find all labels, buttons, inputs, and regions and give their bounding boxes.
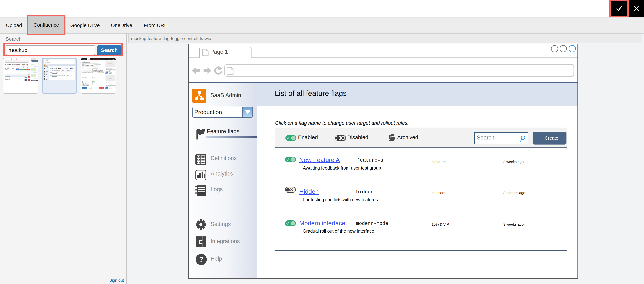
- svg-text:Discard Changes: Discard Changes: [26, 69, 31, 70]
- svg-text:Search: Search: [66, 68, 68, 69]
- svg-text:New Feature A: New Feature A: [52, 70, 56, 71]
- svg-text:vehicula ut id elit.: vehicula ut id elit.: [106, 71, 110, 72]
- svg-text:Morbi leo risus: Morbi leo risus: [5, 79, 10, 80]
- svg-text:#: #: [5, 64, 6, 65]
- svg-text:Lead: Lead: [26, 64, 28, 65]
- svg-text:Send to Group: Send to Group: [82, 80, 86, 81]
- svg-text:Log Out: Log Out: [112, 59, 116, 60]
- svg-text:Button: Button: [110, 88, 112, 89]
- svg-text:Add New Member: Add New Member: [16, 69, 22, 70]
- svg-text:Staff: Staff: [5, 69, 7, 70]
- svg-text:Set Tags: Set Tags: [92, 80, 95, 81]
- svg-text:3 weeks ago: 3 weeks ago: [67, 75, 70, 76]
- svg-text:First Name: First Name: [7, 64, 11, 65]
- svg-text:Button: Button: [106, 88, 108, 89]
- svg-text:Delete Template: Delete Template: [99, 88, 105, 89]
- svg-text:John: John: [7, 65, 9, 66]
- svg-text:Marketing Department: Marketing Department: [83, 82, 90, 83]
- svg-text:Insert system variable ▾: Insert system variable ▾: [94, 67, 100, 68]
- svg-text:320x200: 320x200: [108, 78, 112, 79]
- svg-text:Mooray: Mooray: [12, 68, 14, 69]
- svg-text:modern-mode: modern-mode: [57, 75, 61, 76]
- svg-text:James: James: [7, 68, 10, 69]
- svg-text:3: 3: [5, 68, 6, 69]
- svg-text:%USER_FULL_NAME%: %USER_FULL_NAME%: [93, 72, 99, 72]
- svg-text:Page 1: Page 1: [46, 60, 49, 61]
- svg-text:Last Name: Last Name: [12, 64, 16, 65]
- svg-text:alpha-test: alpha-test: [62, 70, 64, 71]
- svg-text:Button: Button: [110, 73, 112, 74]
- svg-text:+ Create: + Create: [71, 68, 73, 69]
- svg-text:Profile Screen: Profile Screen: [92, 79, 98, 79]
- svg-text:Search...: Search...: [9, 69, 11, 70]
- svg-text:Statistic: Statistic: [98, 59, 100, 60]
- svg-text:Message Type: Message Type: [82, 77, 87, 78]
- svg-text:Hidden: Hidden: [52, 72, 54, 73]
- svg-text:Profile: Profile: [108, 59, 111, 60]
- svg-text:Smart: Smart: [12, 67, 14, 68]
- svg-text:Username: Username: [16, 64, 20, 65]
- svg-text:Thumbnail label: Thumbnail label: [106, 82, 113, 83]
- svg-text:10% & VIP: 10% & VIP: [62, 75, 64, 76]
- svg-text:Modern interface: Modern interface: [52, 75, 57, 76]
- svg-text:johnny81: johnny81: [16, 65, 20, 66]
- svg-text:Email + Push: Email + Push: [82, 79, 87, 79]
- svg-text:vehicula ut id elit.: vehicula ut id elit.: [106, 86, 110, 87]
- svg-text:Insert system variable ▾: Insert system variable ▾: [94, 64, 100, 65]
- svg-text:List of all feature flags: List of all feature flags: [50, 64, 60, 66]
- svg-text:Hello, %USER_FULL_NAME%: Hello, %USER_FULL_NAME%: [82, 65, 94, 66]
- svg-text:rosemary: rosemary: [16, 67, 20, 68]
- svg-text:Save Template: Save Template: [82, 88, 88, 89]
- svg-text:2: 2: [5, 67, 6, 68]
- svg-text:Supply Department: Supply Department: [83, 85, 89, 86]
- svg-text:Active: Active: [22, 64, 25, 65]
- svg-text:feature-a: feature-a: [56, 70, 60, 71]
- svg-text:3 weeks ago: 3 weeks ago: [67, 70, 70, 71]
- svg-text:People: People: [87, 59, 90, 60]
- svg-text:Teams: Teams: [5, 75, 8, 75]
- svg-text:Thumbnail label: Thumbnail label: [106, 68, 113, 69]
- svg-text:all-users: all-users: [62, 73, 64, 73]
- svg-text:Message: Message: [82, 67, 85, 68]
- svg-text:Subject: Subject: [82, 64, 85, 65]
- svg-text:320x200: 320x200: [108, 63, 112, 64]
- svg-text:Company: Company: [83, 59, 86, 60]
- svg-text:Top Management: Top Management: [83, 82, 88, 82]
- svg-text:Financial Department: Financial Department: [83, 84, 89, 85]
- svg-text:jjames: jjames: [16, 68, 18, 69]
- svg-text:Mary: Mary: [7, 67, 9, 68]
- svg-text:Relations: Relations: [92, 59, 96, 60]
- svg-text:Settings: Settings: [102, 59, 104, 60]
- svg-text:Cancel: Cancel: [88, 88, 91, 89]
- svg-text:?: ?: [199, 255, 203, 263]
- svg-text:Cras justo odio: Cras justo odio: [5, 76, 10, 77]
- svg-text:Apply Changes: Apply Changes: [22, 69, 26, 70]
- svg-text:Doe: Doe: [12, 65, 13, 66]
- svg-text:1: 1: [5, 65, 6, 66]
- svg-text:Design Department: Design Department: [83, 83, 89, 84]
- svg-text:Dapibus ac facilisis in: Dapibus ac facilisis in: [5, 77, 12, 78]
- svg-text:Vestibulum at eros: Vestibulum at eros: [5, 80, 11, 81]
- svg-text:Top Insist: Top Insist: [92, 77, 95, 78]
- svg-text:Uncompleted Profile: Uncompleted Profile: [82, 62, 90, 63]
- svg-text:8 months ago: 8 months ago: [67, 73, 71, 73]
- svg-text:Hello %USER_FULL_NAME%,: Hello %USER_FULL_NAME%,: [82, 69, 90, 69]
- svg-text:hidden: hidden: [56, 72, 58, 73]
- svg-text:Button: Button: [106, 73, 108, 74]
- svg-text:Template name: Template name: [82, 61, 87, 62]
